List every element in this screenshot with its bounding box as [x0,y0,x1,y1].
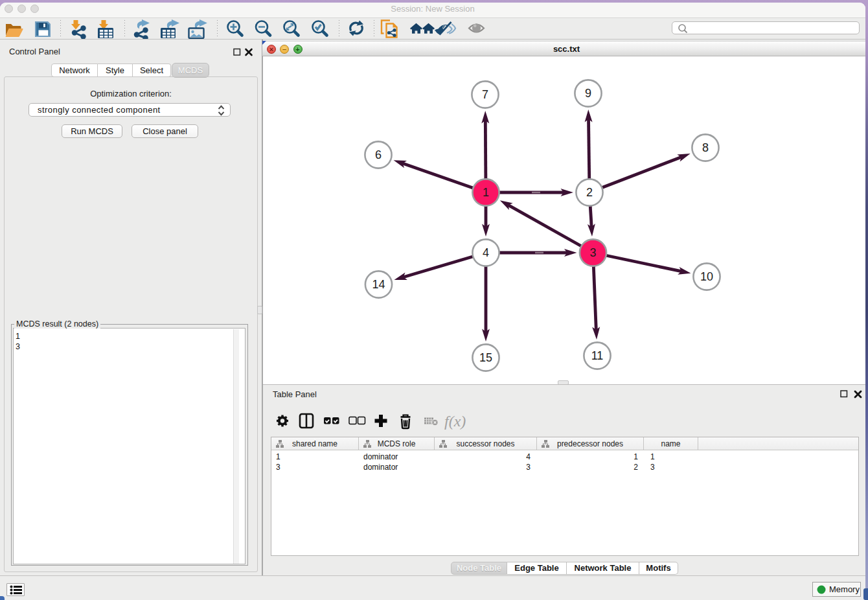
svg-text:6: 6 [375,148,382,161]
svg-text:15: 15 [479,351,492,364]
svg-text:11: 11 [591,349,604,362]
svg-text:8: 8 [702,141,709,154]
svg-text:14: 14 [372,278,385,291]
svg-text:2: 2 [586,186,593,199]
svg-text:4: 4 [483,246,489,259]
svg-text:3: 3 [589,246,596,259]
svg-text:1: 1 [483,186,489,199]
svg-text:10: 10 [700,270,713,283]
svg-text:f(x): f(x) [444,413,466,430]
svg-text:7: 7 [482,88,488,101]
svg-text:9: 9 [585,87,591,100]
